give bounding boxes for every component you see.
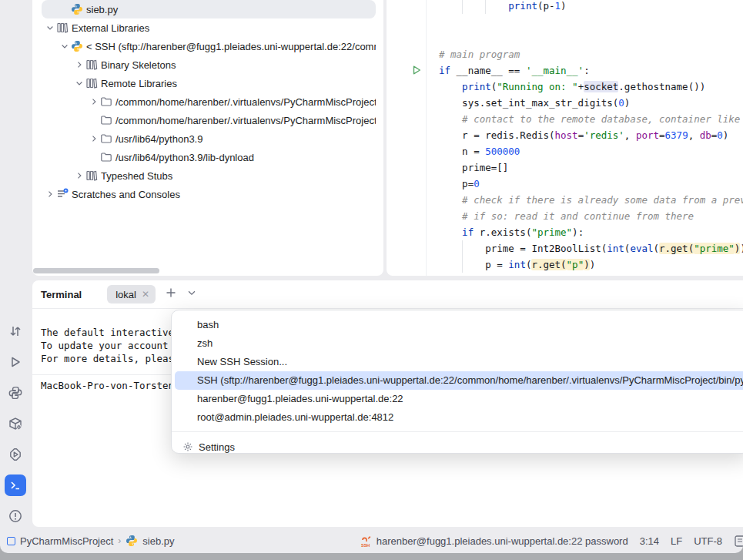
code-token: '__main__' xyxy=(526,65,584,76)
code-token: prime=[] xyxy=(462,162,508,173)
code-line: print(p-1) xyxy=(439,0,743,14)
chevron-spacer xyxy=(87,114,100,126)
code-line: prime=[] xyxy=(439,159,743,176)
tool-window-widget-icon[interactable] xyxy=(7,537,15,545)
tree-item[interactable]: Binary Skeletons xyxy=(42,55,376,74)
code-token: r = redis.Redis( xyxy=(462,129,554,141)
folder-icon xyxy=(100,132,112,145)
chevron-right-icon[interactable] xyxy=(72,169,85,182)
code-token: .gethostname()) xyxy=(618,81,705,92)
tree-item[interactable]: Typeshed Stubs xyxy=(42,166,376,185)
library-icon xyxy=(85,59,98,71)
code-token: "prime" xyxy=(694,243,735,254)
terminal-shell-dropdown-menu: bashzshNew SSH Session...SSH (sftp://har… xyxy=(171,310,743,454)
tree-item-label: /common/home/harenber/.virtualenvs/PyCha… xyxy=(115,115,376,126)
menu-item-settings[interactable]: Settings xyxy=(172,437,743,457)
code-token: , xyxy=(688,129,700,141)
terminal-tab-lokal[interactable]: lokal ✕ xyxy=(107,285,156,303)
code-token: host xyxy=(555,129,578,141)
chevron-down-icon[interactable] xyxy=(72,77,85,89)
svg-text:SSH: SSH xyxy=(361,542,370,547)
stripe-button-problems-icon[interactable] xyxy=(5,505,26,527)
menu-item[interactable]: harenber@fugg1.pleiades.uni-wuppertal.de… xyxy=(175,390,743,408)
tree-item[interactable]: /common/home/harenber/.virtualenvs/PyCha… xyxy=(42,92,376,111)
chevron-right-icon[interactable] xyxy=(87,96,100,108)
code-token: ): xyxy=(572,226,584,238)
tree-item[interactable]: External Libraries xyxy=(42,18,376,37)
code-token: "p" xyxy=(567,259,584,270)
code-token: (p- xyxy=(537,0,555,12)
status-bar: PyCharmMiscProject › sieb.py SSH harenbe… xyxy=(0,528,743,553)
indent-widget-icon[interactable] xyxy=(734,535,743,548)
chevron-right-icon[interactable] xyxy=(87,132,100,145)
menu-item[interactable]: bash xyxy=(175,316,743,334)
breadcrumb-project[interactable]: PyCharmMiscProject xyxy=(20,535,113,547)
services-icon xyxy=(8,416,23,431)
tree-item[interactable]: /usr/lib64/python3.9 xyxy=(42,129,376,148)
terminal-title: Terminal xyxy=(41,289,82,300)
code-token: 0 xyxy=(474,178,480,189)
menu-item[interactable]: SSH (sftp://harenber@fugg1.pleiades.uni-… xyxy=(175,371,743,390)
code-token: 1 xyxy=(555,0,561,12)
tree-item[interactable]: /usr/lib64/python3.9/lib-dynload xyxy=(42,148,376,166)
stripe-button-run-anything-icon[interactable] xyxy=(5,444,26,465)
folder-icon xyxy=(100,151,112,163)
stripe-button-updown-arrows-icon[interactable] xyxy=(5,320,26,342)
horizontal-scrollbar[interactable] xyxy=(33,268,159,273)
breadcrumb-file[interactable]: sieb.py xyxy=(142,535,174,547)
code-token: ) xyxy=(584,259,590,270)
code-token: # main program xyxy=(439,49,520,60)
menu-settings-label: Settings xyxy=(199,441,235,453)
tree-item[interactable]: Scratches and Consoles xyxy=(42,185,376,203)
stripe-button-run-icon[interactable] xyxy=(5,351,26,373)
chevron-down-icon[interactable] xyxy=(43,22,56,34)
code-line: if r.exists("prime"): xyxy=(439,224,743,240)
tree-item[interactable]: Remote Libraries xyxy=(42,74,376,92)
menu-divider xyxy=(172,431,743,432)
tree-item-label: Typeshed Stubs xyxy=(101,170,172,182)
tree-item-label: /usr/lib64/python3.9/lib-dynload xyxy=(115,152,254,163)
code-line: if __name__ == '__main__': xyxy=(439,62,743,79)
tree-item-label: Scratches and Consoles xyxy=(72,189,180,200)
line-separator-widget[interactable]: LF xyxy=(671,535,682,547)
encoding-widget[interactable]: UTF-8 xyxy=(694,535,722,547)
code-line: # check if there is already some data fr… xyxy=(439,192,743,208)
stripe-button-terminal-icon[interactable] xyxy=(5,474,26,496)
menu-item[interactable]: New SSH Session... xyxy=(175,353,743,371)
library-icon xyxy=(85,77,98,89)
ssh-status-widget[interactable]: SSH harenber@fugg1.pleiades.uni-wupperta… xyxy=(360,535,628,548)
code-token: print xyxy=(508,0,537,12)
code-token: sys.set_int_max_str_digits( xyxy=(462,97,618,109)
stripe-button-services-icon[interactable] xyxy=(5,413,26,434)
code-token: r.get( xyxy=(659,243,694,254)
close-icon[interactable]: ✕ xyxy=(142,289,149,300)
code-line xyxy=(439,14,743,30)
code-line: prime = Int2BoolList(int(eval(r.get("pri… xyxy=(439,240,743,257)
code-line: # if so: read it and continue from there xyxy=(439,208,743,224)
code-editor-panel[interactable]: print(p-1)# main programif __name__ == '… xyxy=(387,0,743,276)
code-token: ) xyxy=(723,129,729,141)
terminal-output: The default interactiveTo update your ac… xyxy=(41,326,174,365)
run-anything-icon xyxy=(8,447,23,462)
run-gutter-icon[interactable] xyxy=(411,65,422,79)
chevron-right-icon[interactable] xyxy=(43,188,56,200)
stripe-button-python-console-icon[interactable] xyxy=(5,382,26,404)
tree-item-label: External Libraries xyxy=(72,22,149,34)
new-terminal-button[interactable] xyxy=(165,287,177,302)
cursor-position-widget[interactable]: 3:14 xyxy=(640,535,659,547)
menu-item[interactable]: root@admin.pleiades.uni-wuppertal.de:481… xyxy=(175,408,743,427)
scratches-icon xyxy=(56,188,69,200)
gear-icon xyxy=(182,441,193,452)
ssh-host-label: harenber@fugg1.pleiades.uni-wuppertal.de… xyxy=(377,535,628,547)
tree-item[interactable]: /common/home/harenber/.virtualenvs/PyCha… xyxy=(42,111,376,129)
menu-item[interactable]: zsh xyxy=(175,334,743,353)
tree-item[interactable]: < SSH (sftp://harenber@fugg1.pleiades.un… xyxy=(42,37,376,55)
folder-icon xyxy=(100,96,112,108)
terminal-type-dropdown-button[interactable] xyxy=(186,287,197,301)
indent-guide xyxy=(462,0,463,14)
terminal-tab-label: lokal xyxy=(115,289,136,300)
tree-item[interactable]: sieb.py xyxy=(42,0,376,18)
chevron-down-icon[interactable] xyxy=(58,40,71,52)
code-line: print("Running on: "+socket.gethostname(… xyxy=(439,79,743,95)
chevron-right-icon[interactable] xyxy=(72,59,85,71)
